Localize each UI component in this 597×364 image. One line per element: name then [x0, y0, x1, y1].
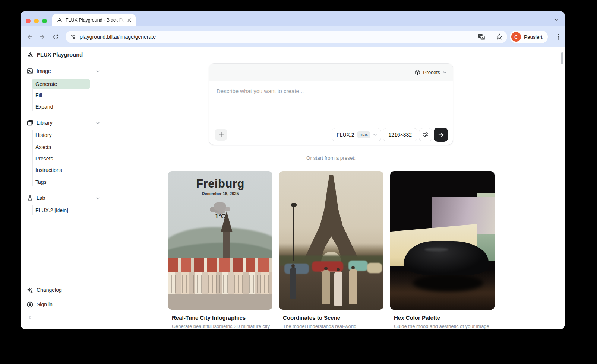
sidebar-item-presets[interactable]: Presets — [35, 154, 91, 163]
library-icon — [27, 120, 33, 126]
sidebar-item-assets[interactable]: Assets — [35, 142, 91, 152]
browser-toolbar: playground.bfl.ai/image/generate C Pausi… — [21, 26, 565, 47]
sidebar-item-fill[interactable]: Fill — [35, 90, 91, 100]
person-circle-icon — [27, 301, 33, 308]
generation-settings-button[interactable] — [419, 128, 432, 141]
sidebar-section-image[interactable]: Image — [27, 66, 100, 76]
sidebar-item-label: Tags — [35, 179, 47, 185]
model-name: FLUX.2 — [337, 132, 354, 138]
browser-menu-kebab-icon[interactable] — [553, 31, 564, 42]
cloud-icon — [214, 202, 226, 211]
sidebar-item-label: Generate — [35, 81, 57, 87]
scrollbar-thumb[interactable] — [561, 52, 563, 64]
sidebar-item-generate[interactable]: Generate — [32, 79, 90, 89]
reload-button[interactable] — [50, 31, 61, 42]
sidebar-item-instructions[interactable]: Instructions — [35, 165, 91, 175]
brand[interactable]: FLUX Playground — [27, 50, 100, 60]
generate-submit-button[interactable] — [434, 128, 448, 142]
overlay-date: December 16, 2025 — [168, 191, 272, 196]
size-value: 1216×832 — [388, 132, 412, 138]
lab-flask-icon — [27, 195, 33, 201]
tab-strip: FLUX Playground - Black Fore — [21, 11, 565, 26]
image-icon — [27, 68, 33, 74]
image-size-button[interactable]: 1216×832 — [383, 128, 417, 141]
sidebar-item-flux2-klein[interactable]: FLUX.2 [klein] — [35, 205, 91, 215]
prompt-input[interactable] — [209, 81, 453, 126]
preset-card-title: Real-Time City Infographics — [168, 314, 272, 321]
browser-window: FLUX Playground - Black Fore — [21, 11, 565, 329]
sidebar-item-tags[interactable]: Tags — [35, 177, 91, 187]
chevron-down-icon[interactable] — [96, 69, 100, 73]
sidebar-item-signin[interactable]: Sign in — [27, 300, 100, 309]
composer-header: Presets — [209, 64, 453, 81]
sidebar-section-lab[interactable]: Lab — [27, 193, 100, 203]
profile-status-label: Pausiert — [524, 34, 543, 40]
preset-card-title: Coordinates to Scene — [279, 314, 383, 321]
presets-label: Presets — [423, 70, 440, 75]
sidebar-item-label: Expand — [35, 104, 53, 110]
sidebar-item-label: Fill — [35, 92, 42, 98]
tab-title: FLUX Playground - Black Fore — [66, 17, 124, 23]
preset-card-coordinates-to-scene[interactable]: Coordinates to Scene The model understan… — [279, 171, 383, 329]
preset-card-description: The model understands real-world — [279, 323, 383, 329]
package-box-icon — [415, 70, 420, 75]
chevron-down-icon — [373, 133, 377, 137]
forward-button[interactable] — [37, 31, 48, 42]
section-guide-line — [32, 130, 33, 186]
sidebar-item-history[interactable]: History — [35, 130, 91, 140]
model-badge: max — [357, 131, 371, 138]
sidebar-section-label: Lab — [37, 195, 45, 201]
sparkles-icon — [27, 287, 33, 293]
profile-chip[interactable]: C Pausiert — [510, 31, 548, 43]
composer-footer: FLUX.2 max 1216×832 — [215, 128, 448, 142]
chevron-down-icon[interactable] — [96, 196, 100, 200]
model-select[interactable]: FLUX.2 max — [332, 128, 381, 141]
sidebar-item-label: FLUX.2 [klein] — [35, 207, 68, 213]
bookmark-star-icon[interactable] — [496, 33, 503, 40]
preset-card-title: Hex Color Palette — [390, 314, 495, 321]
sidebar-item-changelog[interactable]: Changelog — [27, 285, 100, 295]
sidebar-collapse-chevron-icon[interactable] — [28, 315, 32, 320]
tab-close-icon[interactable] — [126, 17, 133, 23]
brand-label: FLUX Playground — [37, 52, 83, 58]
preset-card-description: Generate beautiful isometric 3D miniatur… — [168, 323, 272, 329]
translate-icon[interactable] — [478, 33, 485, 40]
prompt-composer: Presets FLUX.2 max 1216×832 — [209, 63, 453, 145]
sidebar-section-label: Library — [37, 120, 53, 126]
preset-card-description: Guide the mood and aesthetic of your ima… — [390, 323, 495, 329]
close-window-button[interactable] — [26, 19, 31, 23]
overlay-temperature: 1°C — [168, 213, 272, 220]
minimize-window-button[interactable] — [34, 19, 39, 23]
new-tab-button[interactable] — [140, 15, 150, 25]
url-bar[interactable]: playground.bfl.ai/image/generate — [66, 31, 507, 43]
sidebar-item-label: Presets — [35, 156, 53, 162]
preset-cards: Freiburg December 16, 2025 1°C Real-Time… — [168, 171, 495, 329]
tab-search-chevron-icon[interactable] — [552, 16, 560, 24]
url-text[interactable]: playground.bfl.ai/image/generate — [80, 34, 156, 40]
browser-tab[interactable]: FLUX Playground - Black Fore — [52, 14, 136, 26]
sliders-icon — [423, 132, 429, 138]
preset-image-studio — [390, 171, 495, 310]
site-settings-icon[interactable] — [70, 34, 76, 40]
sidebar-section-library[interactable]: Library — [27, 118, 100, 128]
section-guide-line — [32, 205, 33, 215]
sidebar-item-label: Instructions — [35, 167, 62, 173]
favicon-bfl-icon — [57, 17, 63, 23]
bfl-logo-icon — [27, 51, 34, 58]
maximize-window-button[interactable] — [42, 19, 47, 23]
sidebar-item-label: Assets — [35, 144, 51, 150]
overlay-headline: Freiburg — [168, 177, 272, 191]
back-button[interactable] — [24, 31, 35, 42]
preset-image-paris — [279, 171, 383, 310]
chevron-down-icon — [443, 70, 447, 74]
sidebar-item-expand[interactable]: Expand — [35, 102, 91, 112]
chevron-down-icon[interactable] — [96, 121, 100, 125]
preset-card-hex-color-palette[interactable]: Hex Color Palette Guide the mood and aes… — [390, 171, 495, 329]
avatar: C — [511, 32, 521, 42]
sidebar-section-label: Image — [37, 68, 51, 74]
add-attachment-button[interactable] — [215, 129, 227, 141]
presets-dropdown-button[interactable]: Presets — [415, 70, 447, 75]
preset-card-city-infographics[interactable]: Freiburg December 16, 2025 1°C Real-Time… — [168, 171, 272, 329]
sidebar-item-label: History — [35, 132, 52, 138]
page-content: FLUX Playground Image Generate Fill — [21, 47, 565, 329]
